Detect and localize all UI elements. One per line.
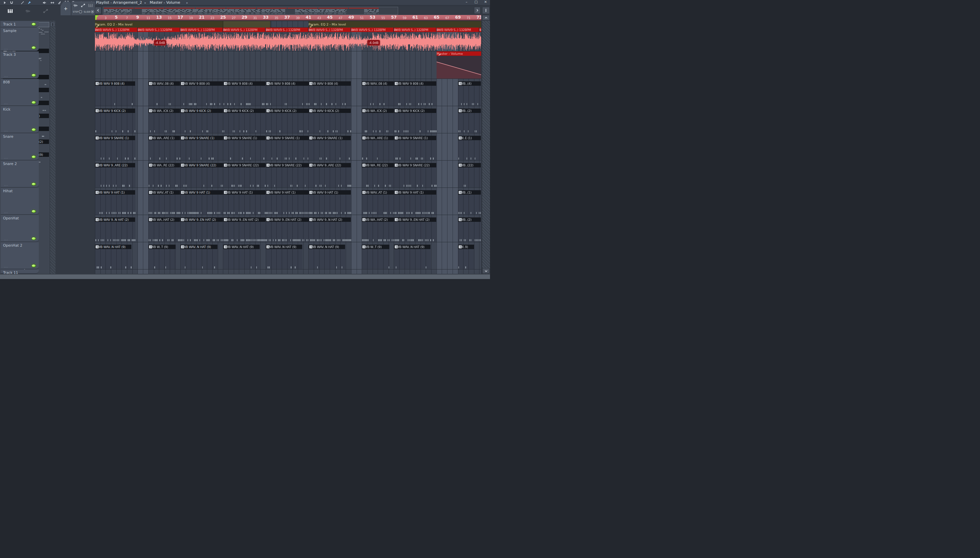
pattern-clip[interactable]: BWB WAV 9 KICK (2)	[95, 108, 135, 133]
pattern-clip[interactable]: BWB..(2)	[458, 217, 481, 242]
picker-scrollbar[interactable]	[50, 21, 56, 274]
pattern-clip[interactable]: BWB WAV 9..EN HAT (2)	[223, 217, 266, 242]
paint-icon[interactable]	[26, 0, 32, 5]
automation-clip[interactable]: Param. EQ 2 - Mix level	[309, 21, 481, 28]
pattern-clip[interactable]: BWB WAV 9 SNARE (22)	[181, 163, 223, 187]
pattern-clip[interactable]: BW..9)	[458, 245, 475, 269]
pattern-clip-title[interactable]: BWB WAV 9..ARE (22)	[309, 163, 351, 167]
track-options[interactable]: ...	[4, 102, 8, 105]
track-header[interactable]: Snare...	[1, 133, 39, 160]
pattern-clip-title[interactable]: BWB WAV 9 KICK (2)	[309, 108, 351, 113]
track-mute-led[interactable]	[31, 23, 36, 26]
stretch-icon[interactable]	[50, 0, 55, 5]
pattern-clip-title[interactable]: BWB WAV 9 808 (4)	[95, 81, 135, 86]
pattern-clip[interactable]: BWB WAV 9 HAT (1)	[266, 190, 309, 215]
pattern-clip[interactable]: BWB WAV..N HAT (9)	[95, 245, 132, 269]
pattern-clip[interactable]: BWB WAV..N HAT (9)	[266, 245, 302, 269]
magnet-icon[interactable]	[9, 0, 14, 5]
playlist-grid[interactable]: Param. EQ 2 - Mix levelParam. EQ 2 - Mix…	[95, 21, 481, 274]
pattern-clip[interactable]: BWB WAV 9 HAT (1)	[95, 190, 135, 215]
step-toggle[interactable]	[79, 10, 82, 13]
pattern-clip-title[interactable]: BWB WAV 9..EN HAT (2)	[394, 217, 437, 222]
pattern-clip[interactable]: BWB W..T (9)	[148, 245, 176, 269]
pattern-clip-title[interactable]: BWB WAV 9 808 (4)	[266, 81, 308, 86]
pattern-clip-title[interactable]: BWB WAV..N HAT (9)	[309, 245, 345, 249]
slide-toggle[interactable]	[91, 10, 94, 13]
pattern-clip-title[interactable]: BWB WAV 9 SNARE (1)	[309, 136, 351, 140]
track-name[interactable]: Sample	[3, 29, 37, 33]
track-mute-led[interactable]	[31, 210, 36, 213]
automation-clip[interactable]	[223, 21, 271, 28]
pattern-clip-title[interactable]: BWB W..T (9)	[362, 245, 389, 249]
draw-icon[interactable]	[20, 0, 25, 5]
track-options[interactable]: ...	[4, 183, 8, 187]
audio-clip[interactable]: ↦BWB WAV9 S..) 132BPM	[95, 28, 138, 32]
pattern-clip-title[interactable]: BWB WAV 9..EN HAT (2)	[266, 217, 308, 222]
pattern-clip-title[interactable]: BWB WAV..N HAT (9)	[394, 245, 430, 249]
pattern-clip[interactable]: BWB WAV 9 808 (4)	[95, 81, 135, 106]
scroll-right-button[interactable]	[474, 7, 481, 14]
pattern-clip[interactable]: BWB WAV 9 KICK (2)	[181, 108, 223, 133]
pattern-clip-title[interactable]: BWB WAV 9 HAT (1)	[394, 190, 437, 195]
pattern-clip-title[interactable]: BWB WAV..N HAT (9)	[223, 245, 259, 249]
pattern-clip[interactable]: BWB WAV 9 SNARE (1)	[95, 136, 135, 160]
pattern-clip[interactable]: BWB WAV 9..N HAT (2)	[95, 217, 135, 242]
pattern-clip[interactable]: BWB..(2)	[458, 108, 481, 133]
pattern-clip-title[interactable]: BWB WAV 9 HAT (1)	[223, 190, 266, 195]
pattern-clip-title[interactable]: BWB WAV 9..N HAT (2)	[95, 217, 135, 222]
pattern-clip-title[interactable]: BWB WAV 9 KICK (2)	[223, 108, 266, 113]
pattern-clip-title[interactable]: BWB WAV 9 SNARE (1)	[181, 136, 223, 140]
pattern-clip[interactable]: BWB WAV 9 HAT (1)	[394, 190, 437, 215]
pattern-clip[interactable]: BWB..(4)	[458, 81, 481, 106]
track-header[interactable]: Track 1	[1, 21, 39, 27]
timeline-ruler[interactable]: 3579111315171921232527293133353739414345…	[95, 15, 481, 20]
pattern-clip-title[interactable]: BWB WAV 9 808 (4)	[223, 81, 266, 86]
pattern-clip-title[interactable]: BWB WAV 9 808 (4)	[309, 81, 351, 86]
pattern-clip-title[interactable]: BWB WAV 9 KICK (2)	[95, 108, 135, 113]
panel-handle-button[interactable]	[482, 7, 490, 14]
add-arrangement-tab[interactable]: +	[61, 2, 71, 15]
pattern-clip-title[interactable]: BWB WAV..08 (4)	[148, 81, 180, 86]
playlist-overview[interactable]	[95, 7, 481, 15]
track-mute-led[interactable]	[31, 264, 36, 268]
pattern-clip-title[interactable]: BWB WA..ARE (1)	[148, 136, 180, 140]
pattern-clip[interactable]: BWB WA..HAT (2)	[148, 217, 181, 242]
track-header[interactable]: Hihat...	[1, 188, 39, 215]
track-header[interactable]: Sample...	[1, 28, 39, 51]
track-header[interactable]: Kick...	[1, 106, 39, 133]
pattern-clip-title[interactable]: BWB WAV 9 HAT (1)	[266, 190, 308, 195]
track-options[interactable]: ...	[4, 238, 8, 241]
track-mute-led[interactable]	[31, 74, 36, 77]
slide-icon[interactable]	[43, 9, 49, 14]
pattern-clip[interactable]: BWB WAV 9 808 (4)	[394, 81, 437, 106]
automation-clip[interactable]: Param. EQ 2 - Mix level	[95, 21, 223, 28]
pattern-clip[interactable]: BWB WAV 9 808 (4)	[181, 81, 223, 106]
pattern-clip-title[interactable]: BWB..(4)	[458, 81, 481, 86]
pattern-clip[interactable]: BWB WAV 9 KICK (2)	[266, 108, 309, 133]
minimize-button[interactable]: –	[463, 0, 470, 4]
pattern-clip-title[interactable]: BWB WAV 9 SNARE (1)	[394, 136, 437, 140]
pattern-clip[interactable]: BWB WAV 9 SNARE (22)	[223, 163, 266, 187]
pattern-clip[interactable]: BWB WA..ICK (2)	[362, 108, 394, 133]
pattern-clip[interactable]: BWB WAV 9 808 (4)	[266, 81, 309, 106]
pattern-clip[interactable]: BWB WA..ARE (1)	[362, 136, 394, 160]
pattern-clip[interactable]: BWB W..T (9)	[362, 245, 390, 269]
audio-clip[interactable]: ↦BWB WAV9 S..) 132BPM	[437, 28, 479, 32]
pattern-clip[interactable]: BWB WAV..AT (1)	[148, 190, 181, 215]
audio-clip[interactable]: ↦BWB WAV9 S..) 132BPM	[266, 28, 308, 32]
track-options[interactable]: ...	[4, 265, 8, 268]
track-mute-led[interactable]	[31, 46, 36, 49]
pattern-clip-title[interactable]: BWB WAV 9 SNARE (1)	[223, 136, 266, 140]
pattern-clip[interactable]: BWB..(1)	[458, 190, 481, 215]
track-header[interactable]: OpenHat 2...	[1, 242, 39, 269]
pattern-clip-title[interactable]: BWB WAV 9 SNARE (22)	[181, 163, 223, 167]
horizontal-scrollbar[interactable]	[0, 274, 490, 279]
pattern-clip[interactable]: BWB WAV 9 KICK (2)	[309, 108, 351, 133]
pattern-clip-title[interactable]: BWB WA..ARE (1)	[362, 136, 393, 140]
pattern-clip-title[interactable]: BWB..(22)	[458, 163, 481, 167]
pattern-clip[interactable]: BWB WAV..08 (4)	[362, 81, 394, 106]
pattern-clip-title[interactable]: BWB WAV 9 KICK (2)	[181, 108, 223, 113]
pattern-clip-title[interactable]: BWB WAV 9 SNARE (1)	[95, 136, 135, 140]
pattern-clip[interactable]: BWB WAV 9 HAT (1)	[223, 190, 266, 215]
track-mute-led[interactable]	[31, 237, 36, 240]
